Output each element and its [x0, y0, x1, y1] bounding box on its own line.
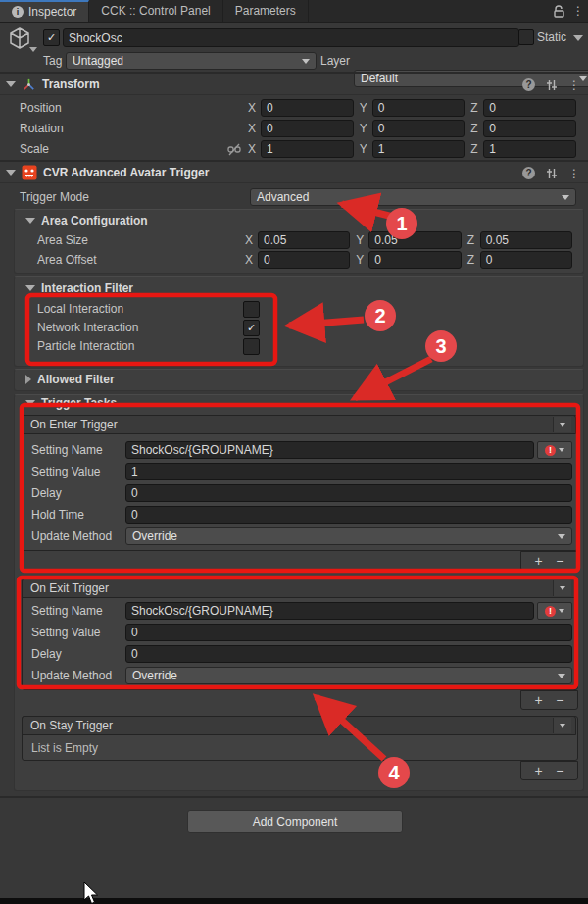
area-configuration-foldout-icon[interactable] [25, 218, 35, 224]
on-exit-setting-value-field[interactable]: 0 [125, 624, 572, 641]
on-enter-trigger-header[interactable]: On Enter Trigger [22, 415, 576, 434]
add-item-button[interactable]: + [535, 764, 543, 778]
presets-icon[interactable] [546, 168, 558, 179]
on-exit-delay-field[interactable]: 0 [125, 645, 572, 663]
avatar-trigger-header[interactable]: CVR Advanced Avatar Trigger ? ⋮ [0, 163, 588, 183]
position-y-field[interactable]: 0 [372, 99, 466, 117]
static-dropdown-arrow-icon[interactable] [573, 35, 583, 41]
area-offset-z-field[interactable]: 0 [480, 251, 572, 269]
scale-y-field[interactable]: 1 [372, 140, 466, 158]
area-configuration-header[interactable]: Area Configuration [18, 212, 584, 229]
transform-foldout-icon[interactable] [6, 81, 16, 87]
scale-label: Scale [20, 142, 227, 156]
gameobject-name-input[interactable]: ShockOsc [63, 28, 519, 47]
on-exit-setting-name-row: Setting Name ShockOsc/{GROUPNAME} ! [31, 602, 572, 620]
on-enter-hold-time-field[interactable]: 0 [125, 506, 572, 524]
position-z-field[interactable]: 0 [483, 99, 576, 117]
static-checkbox[interactable] [518, 29, 534, 45]
area-size-y-field[interactable]: 0.05 [368, 231, 461, 249]
add-component-button[interactable]: Add Component [187, 810, 403, 833]
area-offset-x-field[interactable]: 0 [258, 251, 350, 269]
on-enter-update-method-dropdown[interactable]: Override [125, 527, 572, 545]
position-label: Position [20, 101, 248, 115]
on-enter-setting-value-row: Setting Value 1 [31, 463, 572, 480]
tab-inspector[interactable]: i Inspector [0, 0, 89, 22]
on-exit-trigger-header[interactable]: On Exit Trigger [22, 578, 576, 598]
interaction-filter-foldout-icon[interactable] [25, 285, 35, 291]
on-enter-setting-value-field[interactable]: 1 [125, 463, 572, 480]
rotation-label: Rotation [20, 122, 248, 135]
position-x-value: 0 [267, 101, 273, 115]
rotation-z-field[interactable]: 0 [483, 120, 576, 137]
trigger-tasks-foldout-icon[interactable] [25, 400, 35, 406]
local-interaction-checkbox[interactable] [243, 301, 260, 318]
remove-item-button[interactable]: − [556, 554, 564, 568]
position-x-field[interactable]: 0 [261, 99, 354, 117]
presets-icon[interactable] [546, 79, 558, 91]
setting-name-value: ShockOsc/{GROUPNAME} [131, 443, 273, 457]
area-offset-x-value: 0 [264, 253, 270, 267]
dropdown-arrow-icon [560, 586, 565, 590]
on-stay-dropdown-button[interactable] [553, 718, 571, 733]
rotation-y-field[interactable]: 0 [372, 120, 466, 137]
position-z-value: 0 [489, 101, 496, 115]
tab-menu-icon[interactable]: ⋮ [568, 0, 588, 22]
remove-item-button[interactable]: − [556, 764, 564, 778]
add-item-button[interactable]: + [535, 554, 543, 568]
gameobject-cube-icon[interactable] [8, 26, 33, 50]
dropdown-arrow-icon [559, 609, 564, 613]
allowed-filter-header[interactable]: Allowed Filter [18, 372, 584, 387]
area-size-x-field[interactable]: 0.05 [258, 231, 350, 249]
unlock-icon[interactable] [549, 0, 568, 22]
area-offset-y-field[interactable]: 0 [368, 251, 461, 269]
transform-menu-icon[interactable]: ⋮ [568, 78, 580, 92]
on-enter-dropdown-button[interactable] [553, 417, 571, 432]
on-exit-setting-value-row: Setting Value 0 [31, 624, 572, 641]
tab-parameters[interactable]: Parameters [223, 0, 309, 22]
add-item-button[interactable]: + [535, 693, 543, 707]
on-stay-trigger-header[interactable]: On Stay Trigger [22, 716, 576, 735]
axis-x-label: X [245, 253, 254, 267]
cvr-component-icon [22, 165, 37, 180]
allowed-filter-foldout-icon[interactable] [25, 375, 31, 384]
help-icon[interactable]: ? [522, 167, 535, 179]
on-enter-setting-name-warning-dropdown[interactable]: ! [537, 441, 572, 459]
link-constraint-icon[interactable] [227, 143, 241, 156]
on-exit-setting-name-field[interactable]: ShockOsc/{GROUPNAME} [125, 602, 534, 620]
tab-cck-control-panel[interactable]: CCK :: Control Panel [89, 0, 222, 22]
on-exit-list-footer: + − [520, 690, 578, 710]
allowed-filter-title: Allowed Filter [37, 373, 115, 386]
on-exit-dropdown-button[interactable] [553, 580, 571, 596]
avatar-trigger-foldout-icon[interactable] [6, 170, 16, 176]
active-checkbox[interactable]: ✓ [43, 29, 60, 46]
trigger-mode-dropdown[interactable]: Advanced [250, 188, 576, 206]
scale-z-field[interactable]: 1 [483, 140, 576, 158]
trigger-tasks-header[interactable]: Trigger Tasks [18, 396, 584, 410]
remove-item-button[interactable]: − [556, 693, 564, 707]
on-enter-setting-name-field[interactable]: ShockOsc/{GROUPNAME} [125, 441, 534, 459]
help-icon[interactable]: ? [522, 78, 535, 91]
on-enter-delay-field[interactable]: 0 [125, 484, 572, 502]
axis-y-label: Y [360, 122, 368, 135]
scale-x-field[interactable]: 1 [261, 140, 354, 158]
transform-icon [22, 77, 36, 92]
interaction-filter-header[interactable]: Interaction Filter [18, 279, 584, 297]
rotation-x-field[interactable]: 0 [261, 120, 354, 137]
active-checkmark: ✓ [47, 32, 56, 43]
axis-y-label: Y [356, 253, 365, 267]
on-exit-setting-name-warning-dropdown[interactable]: ! [537, 602, 572, 620]
on-enter-update-method-row: Update Method Override [31, 527, 572, 545]
particle-interaction-checkbox[interactable] [243, 338, 260, 355]
axis-z-label: Z [467, 253, 476, 267]
network-interaction-checkbox[interactable]: ✓ [243, 320, 260, 336]
setting-name-label: Setting Name [31, 443, 125, 457]
component-menu-icon[interactable]: ⋮ [568, 167, 580, 180]
area-size-z-field[interactable]: 0.05 [480, 231, 572, 249]
setting-value-label: Setting Value [31, 626, 125, 639]
setting-value-value: 0 [131, 626, 138, 639]
rotation-row: Rotation X0 Y0 Z0 [20, 120, 582, 137]
transform-header[interactable]: Transform ? ⋮ [0, 75, 588, 95]
tab-cck-label: CCK :: Control Panel [101, 4, 210, 18]
on-exit-update-method-dropdown[interactable]: Override [125, 667, 572, 684]
tag-dropdown[interactable]: Untagged [66, 52, 317, 70]
